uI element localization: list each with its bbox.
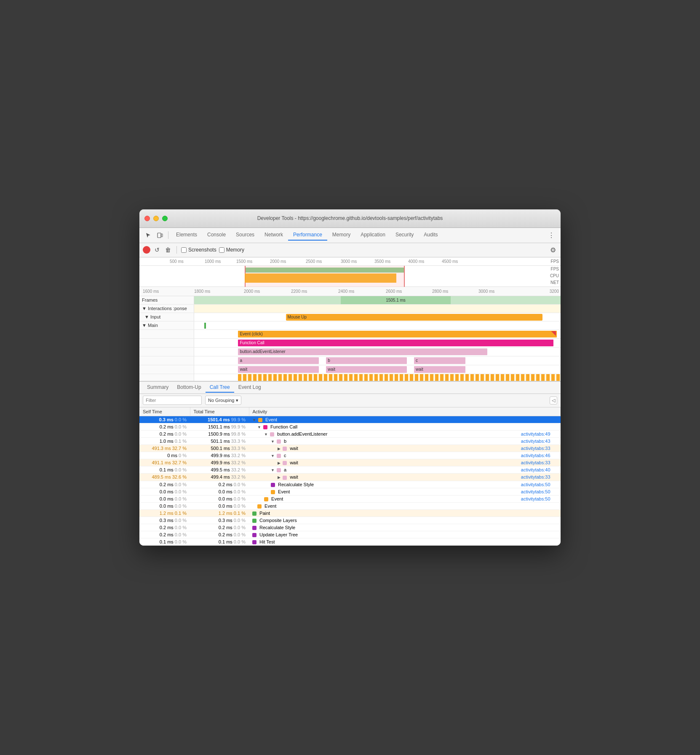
source-link[interactable]: activitytabs:33 (521, 446, 550, 451)
tab-security[interactable]: Security (390, 230, 419, 241)
table-body: 0.3 ms 0.0 % 1501.4 ms 99.9 % ▼ Event 0.… (139, 416, 561, 546)
screenshots-label: Screenshots (188, 247, 216, 253)
fps-cpu-net-area: FPS CPU NET (139, 266, 561, 287)
table-row[interactable]: 0.2 ms 0.0 % 0.2 ms 0.0 % Recalculate St… (139, 481, 561, 488)
activity-cell: ▼ a activitytabs:40 (249, 466, 561, 474)
flame-left-empty-3 (139, 348, 194, 356)
ruler-3000ms-b: 3000 ms (478, 289, 494, 294)
tab-call-tree[interactable]: Call Tree (206, 383, 234, 393)
close-button[interactable] (144, 216, 150, 221)
table-row[interactable]: 1.2 ms 0.1 % 1.2 ms 0.1 % Paint (139, 509, 561, 517)
tab-event-log[interactable]: Event Log (234, 383, 265, 393)
input-chart: Mouse Up (194, 313, 561, 321)
tab-bottom-up[interactable]: Bottom-Up (173, 383, 205, 393)
activity-cell: Recalculate Style (249, 524, 561, 531)
activity-name: wait (290, 474, 298, 479)
device-emulation-button[interactable] (155, 230, 166, 241)
table-row[interactable]: 0.3 ms 0.0 % 1501.4 ms 99.9 % ▼ Event (139, 416, 561, 423)
self-time-cell: 0.2 ms 0.0 % (139, 430, 190, 437)
flame-wait-chart: wait wait wait (194, 365, 561, 374)
table-row[interactable]: 0.1 ms 0.0 % 499.5 ms 33.2 % ▼ a activit… (139, 466, 561, 474)
activity-name: button.addEventListener (277, 431, 327, 436)
tab-memory[interactable]: Memory (327, 230, 355, 241)
source-link[interactable]: activitytabs:50 (521, 489, 550, 494)
tab-sources[interactable]: Sources (231, 230, 259, 241)
source-link[interactable]: activitytabs:43 (521, 439, 550, 444)
activity-cell: ▶ wait activitytabs:33 (249, 445, 561, 452)
record-button[interactable] (143, 246, 150, 254)
event-click-block: Event (click) (238, 331, 557, 337)
source-link[interactable]: activitytabs:49 (521, 431, 550, 436)
collapse-button[interactable]: ◁ (550, 396, 557, 404)
activity-header: Activity (249, 407, 561, 416)
expand-icon: ▼ (271, 468, 275, 472)
flame-striped-row (139, 374, 561, 381)
table-row[interactable]: 491.1 ms 32.7 % 499.9 ms 33.2 % ▶ wait a… (139, 459, 561, 466)
grouping-dropdown[interactable]: No Grouping ▾ (205, 396, 241, 405)
self-time-cell: 0.3 ms 0.0 % (139, 517, 190, 524)
ruler-3500ms: 3500 ms (374, 259, 390, 264)
table-row[interactable]: 0.2 ms 0.0 % 1500.9 ms 99.8 % ▼ button.a… (139, 430, 561, 437)
total-time-cell: 499.9 ms 33.2 % (190, 452, 249, 459)
flame-function-call-chart: Function Call (194, 339, 561, 347)
activity-cell: ▼ b activitytabs:43 (249, 437, 561, 444)
source-link[interactable]: activitytabs:50 (521, 496, 550, 501)
maximize-button[interactable] (162, 216, 168, 221)
tab-elements[interactable]: Elements (171, 230, 202, 241)
total-time-cell: 499.5 ms 33.2 % (190, 466, 249, 474)
activity-color-swatch (252, 519, 256, 523)
tab-application[interactable]: Application (355, 230, 390, 241)
cursor-tool-button[interactable] (143, 230, 154, 241)
wait-a-block: wait (238, 366, 318, 373)
toolbar-sep-2 (176, 246, 177, 254)
more-tabs-button[interactable]: ⋮ (545, 229, 557, 241)
activity-name: Function Call (270, 424, 297, 429)
table-row[interactable]: 0.0 ms 0.0 % 0.0 ms 0.0 % Event activity… (139, 488, 561, 495)
table-row[interactable]: 0.2 ms 0.0 % 0.2 ms 0.0 % Recalculate St… (139, 524, 561, 531)
source-link[interactable]: activitytabs:40 (521, 467, 550, 472)
total-time-cell: 1501.4 ms 99.9 % (190, 416, 249, 423)
table-row[interactable]: 1.0 ms 0.1 % 501.1 ms 33.3 % ▼ b activit… (139, 437, 561, 444)
table-row[interactable]: 0.2 ms 0.0 % 0.2 ms 0.0 % Update Layer T… (139, 531, 561, 538)
tab-audits[interactable]: Audits (419, 230, 443, 241)
activity-color-swatch (271, 490, 275, 494)
minimize-button[interactable] (153, 216, 159, 221)
table-row[interactable]: 491.3 ms 32.7 % 500.1 ms 33.3 % ▶ wait a… (139, 445, 561, 452)
filter-input[interactable] (143, 396, 202, 405)
table-row[interactable]: 0.0 ms 0.0 % 0.0 ms 0.0 % Event activity… (139, 495, 561, 502)
activity-color-swatch (252, 511, 256, 516)
tab-summary[interactable]: Summary (143, 383, 173, 393)
tab-performance[interactable]: Performance (288, 230, 327, 241)
total-time-cell: 500.1 ms 33.3 % (190, 445, 249, 452)
expand-icon: ▶ (278, 461, 281, 465)
activity-color-swatch (277, 439, 281, 444)
expand-icon: ▼ (257, 425, 261, 429)
flame-left-empty-4 (139, 356, 194, 365)
tab-network[interactable]: Network (259, 230, 288, 241)
clear-button[interactable]: 🗑 (164, 246, 172, 254)
settings-button[interactable]: ⚙ (549, 246, 557, 254)
event-red-corner (551, 331, 556, 336)
table-row[interactable]: 0.2 ms 0.0 % 1501.1 ms 99.9 % ▼ Function… (139, 423, 561, 430)
activity-color-swatch (252, 533, 256, 537)
table-row[interactable]: 0 ms 0 % 499.9 ms 33.2 % ▼ c activitytab… (139, 452, 561, 459)
memory-checkbox[interactable] (219, 247, 224, 253)
table-row[interactable]: 489.5 ms 32.6 % 499.4 ms 33.2 % ▶ wait a… (139, 474, 561, 481)
table-row[interactable]: 0.0 ms 0.0 % 0.0 ms 0.0 % Event (139, 502, 561, 509)
source-link[interactable]: activitytabs:46 (521, 453, 550, 458)
self-time-cell: 0.2 ms 0.0 % (139, 423, 190, 430)
screenshots-checkbox[interactable] (181, 247, 187, 253)
table-row[interactable]: 0.1 ms 0.0 % 0.1 ms 0.0 % Hit Test (139, 538, 561, 546)
source-link[interactable]: activitytabs:33 (521, 460, 550, 465)
self-time-header: Self Time (139, 407, 190, 416)
nav-tabs: Elements Console Sources Network Perform… (171, 230, 443, 241)
table-row[interactable]: 0.3 ms 0.0 % 0.3 ms 0.0 % Composite Laye… (139, 517, 561, 524)
activity-color-swatch (252, 526, 256, 530)
self-time-cell: 0.2 ms 0.0 % (139, 531, 190, 538)
source-link[interactable]: activitytabs:33 (521, 474, 550, 479)
activity-name: c (284, 453, 286, 458)
reload-record-button[interactable]: ↺ (153, 246, 161, 254)
call-tree-table-container[interactable]: Self Time Total Time Activity 0.3 ms 0.0… (139, 407, 561, 546)
tab-console[interactable]: Console (202, 230, 231, 241)
source-link[interactable]: activitytabs:50 (521, 482, 550, 487)
